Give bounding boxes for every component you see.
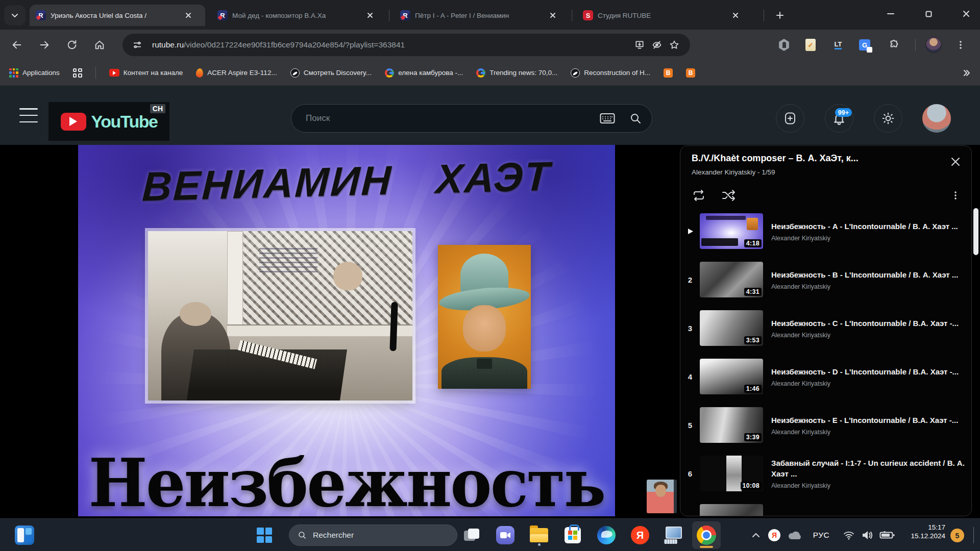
playlist-item-5[interactable]: 5 3:39 Неизбежность - E - L'Incontournab… xyxy=(680,404,971,446)
playlist-item-index: 4 xyxy=(680,372,700,381)
reading-mode-button[interactable] xyxy=(648,36,666,54)
home-button[interactable] xyxy=(90,36,109,54)
site-search-box[interactable] xyxy=(291,104,652,133)
discovery-icon xyxy=(571,68,580,78)
playlist-item-1[interactable]: 4:18 Неизбежность - A - L'Incontournable… xyxy=(680,210,971,252)
bookmark-kamburova[interactable]: елена камбурова -... xyxy=(385,68,463,78)
taskbar-search[interactable] xyxy=(289,524,457,546)
browser-menu-button[interactable] xyxy=(952,37,969,53)
menu-hamburger-button[interactable] xyxy=(19,108,38,122)
extensions-puzzle-button[interactable] xyxy=(886,37,902,53)
notifications-button[interactable]: 99+ xyxy=(825,104,853,133)
loop-button[interactable] xyxy=(692,189,706,202)
playlist-item-channel: Alexander Kiriyatskiy xyxy=(771,235,965,242)
window-maximize-button[interactable] xyxy=(917,4,940,23)
wifi-indicator[interactable] xyxy=(841,524,856,546)
teams-chat-button[interactable] xyxy=(494,524,517,546)
address-bar[interactable]: rutube.ru/video/0d217224ee90f31fb6ce9794… xyxy=(122,34,690,56)
create-button[interactable] xyxy=(776,104,804,133)
volume-indicator[interactable] xyxy=(860,524,875,546)
minimize-icon xyxy=(887,10,894,17)
window-minimize-button[interactable] xyxy=(879,4,902,23)
language-indicator[interactable]: РУС xyxy=(810,524,833,546)
tab-close-icon[interactable] xyxy=(184,11,193,20)
yandex-browser-button[interactable]: Я xyxy=(629,524,651,546)
bookmark-manager-button[interactable] xyxy=(73,68,82,78)
edge-button[interactable] xyxy=(595,524,618,546)
playlist-item-6[interactable]: 6 10:08 Забавный случай - I:1-7 - Un cur… xyxy=(680,453,971,494)
tab-search-button[interactable] xyxy=(4,5,26,26)
theme-toggle-button[interactable] xyxy=(874,104,902,133)
extension-keeper-icon[interactable] xyxy=(776,37,792,53)
video-thumbnail: 1:46 xyxy=(700,359,763,394)
tray-onedrive-icon[interactable] xyxy=(786,524,803,546)
bw-photo xyxy=(148,231,412,400)
time-label: 15:17 xyxy=(911,523,945,532)
search-input[interactable] xyxy=(306,113,600,123)
bookmarks-overflow-button[interactable] xyxy=(963,69,971,77)
bookmark-reconstruction[interactable]: Reconstruction of H... xyxy=(571,68,650,78)
playlist-item-7[interactable]: 7 Забавный случай - I:8-12 - Un xyxy=(680,501,971,516)
chrome-button-active[interactable] xyxy=(692,521,721,549)
taskbar-clock[interactable]: 15:17 15.12.2024 xyxy=(911,523,945,540)
bookmark-star-button[interactable] xyxy=(666,36,683,54)
site-profile-avatar[interactable] xyxy=(922,104,951,133)
tab-studio-rutube[interactable]: S Студия RUTUBE xyxy=(577,5,753,26)
windows-logo-icon xyxy=(257,528,272,543)
show-desktop-button[interactable] xyxy=(973,527,974,543)
playlist-menu-button[interactable] xyxy=(948,188,963,203)
bookmark-blogger-2[interactable]: B xyxy=(686,68,695,78)
bookmark-blogger-1[interactable]: B xyxy=(664,68,673,78)
taskbar-search-input[interactable] xyxy=(313,531,425,540)
task-view-button[interactable] xyxy=(460,524,483,546)
playlist-item-3[interactable]: 3 3:53 Неизбежность - C - L'Incontournab… xyxy=(680,307,971,349)
bookmark-trending[interactable]: Trending news: 70,0... xyxy=(476,68,557,78)
remote-desktop-button[interactable] xyxy=(663,524,685,546)
bookmark-label: ACER Aspire E3-112... xyxy=(207,69,277,77)
tab-moy-ded[interactable]: R Мой дед - композитор В.А.Ха xyxy=(211,5,387,26)
playlist-close-button[interactable] xyxy=(947,153,964,170)
video-player[interactable]: ВЕНИАМИН ХАЭТ Неизбежнос xyxy=(78,145,615,516)
install-icon xyxy=(634,40,645,50)
file-explorer-button[interactable] xyxy=(528,524,550,546)
bookmark-acer[interactable]: ACER Aspire E3-112... xyxy=(196,68,277,78)
page-scrollbar-thumb[interactable] xyxy=(973,208,978,255)
extension-languagetool-icon[interactable]: LT xyxy=(830,37,846,53)
tab-close-icon[interactable] xyxy=(365,11,375,20)
install-app-button[interactable] xyxy=(631,36,648,54)
notification-center-badge[interactable]: 5 xyxy=(950,529,964,542)
tray-chevron-button[interactable] xyxy=(748,524,764,546)
extension-translate-icon[interactable]: G xyxy=(856,37,873,53)
playlist-item-4[interactable]: 4 1:46 Неизбежность - D - L'Incontournab… xyxy=(680,356,971,397)
back-button[interactable] xyxy=(8,36,26,54)
playlist-items: 4:18 Неизбежность - A - L'Incontournable… xyxy=(680,210,971,516)
search-icon[interactable] xyxy=(629,112,642,124)
site-info-button[interactable] xyxy=(129,36,146,54)
playlist-item-2[interactable]: 2 4:31 Неизбежность - B - L'Incontournab… xyxy=(680,259,971,300)
bookmark-applications[interactable]: Applications xyxy=(9,68,60,78)
tab-close-icon[interactable] xyxy=(731,11,740,20)
keyboard-icon[interactable] xyxy=(600,112,615,124)
reload-button[interactable] xyxy=(63,36,81,54)
battery-indicator[interactable] xyxy=(878,524,896,546)
tab-close-icon[interactable] xyxy=(548,11,557,20)
window-close-button[interactable] xyxy=(954,4,978,23)
widgets-button[interactable] xyxy=(13,524,36,546)
microsoft-store-button[interactable] xyxy=(561,524,584,546)
new-tab-button[interactable] xyxy=(772,7,788,23)
extension-notes-icon[interactable]: ✓ xyxy=(802,37,819,53)
bookmark-discovery[interactable]: Смотреть Discovery... xyxy=(290,68,372,78)
tray-yandex-icon[interactable]: Я xyxy=(767,524,782,546)
browser-profile-avatar[interactable] xyxy=(925,37,942,53)
forward-button[interactable] xyxy=(35,36,54,54)
kebab-menu-icon xyxy=(956,40,965,49)
site-logo[interactable]: YouTube CH xyxy=(48,102,169,141)
shuffle-button[interactable] xyxy=(721,189,736,202)
eye-off-icon xyxy=(652,40,662,50)
tab-uriel-da-costa[interactable]: R Уриэль Акоста Uriel da Costa / xyxy=(30,5,205,26)
start-button[interactable] xyxy=(253,524,276,546)
rutube-favicon: R xyxy=(217,10,228,20)
tab-petr-i[interactable]: R Пётр I - A - Peter I / Вениамин xyxy=(394,5,570,26)
bookmark-label: Смотреть Discovery... xyxy=(304,69,372,77)
bookmark-kontent[interactable]: Контент на канале xyxy=(109,69,183,77)
